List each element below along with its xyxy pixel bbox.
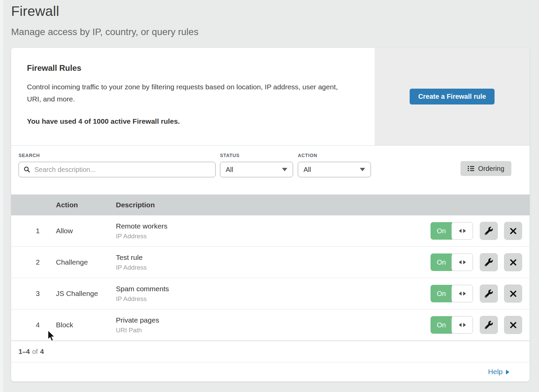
- filters-bar: SEARCH STATUS All: [11, 146, 530, 194]
- ordering-button-label: Ordering: [478, 165, 504, 173]
- window-left-gutter: [0, 0, 3, 392]
- rule-field-type: IP Address: [116, 295, 431, 303]
- rule-enabled-toggle[interactable]: On: [431, 222, 474, 240]
- rule-description: Remote workers: [116, 222, 431, 230]
- left-right-arrows-icon: [463, 229, 466, 233]
- delete-rule-button[interactable]: [504, 253, 522, 271]
- rule-enabled-toggle[interactable]: On: [431, 285, 474, 302]
- toggle-on-label: On: [431, 285, 452, 302]
- edit-rule-button[interactable]: [480, 316, 498, 334]
- create-firewall-rule-button[interactable]: Create a Firewall rule: [410, 89, 494, 104]
- rule-action: Challenge: [40, 258, 116, 266]
- rule-controls: On: [431, 316, 530, 334]
- toggle-on-label: On: [431, 316, 452, 334]
- card-header: Firewall Rules Control incoming traffic …: [11, 48, 530, 146]
- firewall-rules-card: Firewall Rules Control incoming traffic …: [11, 48, 530, 382]
- table-row: 4 Block Private pages URI Path On: [11, 309, 530, 341]
- help-bar: Help: [11, 362, 530, 381]
- edit-rule-button[interactable]: [480, 222, 498, 240]
- pagination-of: of: [32, 348, 38, 356]
- wrench-icon: [485, 321, 493, 329]
- create-rule-panel: Create a Firewall rule: [375, 48, 530, 145]
- action-column-header: Action: [40, 201, 116, 209]
- rule-priority: 4: [11, 321, 40, 329]
- rule-controls: On: [431, 222, 530, 240]
- rule-action: Allow: [40, 227, 116, 235]
- page-subtitle: Manage access by IP, country, or query r…: [11, 27, 530, 37]
- chevron-down-icon: [282, 168, 287, 171]
- delete-rule-button[interactable]: [504, 284, 522, 303]
- status-filter-group: STATUS All: [220, 153, 293, 177]
- rule-priority: 2: [11, 258, 40, 266]
- firewall-page: Firewall Manage access by IP, country, o…: [11, 0, 530, 382]
- rule-controls: On: [431, 253, 530, 271]
- arrow-right-icon: [506, 370, 509, 374]
- pagination-total: 4: [40, 348, 44, 356]
- ordering-button[interactable]: Ordering: [461, 161, 511, 176]
- rule-enabled-toggle[interactable]: On: [431, 316, 474, 334]
- pagination-bar: 1–4 of 4: [11, 341, 530, 362]
- close-icon: [509, 227, 517, 235]
- wrench-icon: [485, 290, 493, 298]
- search-label: SEARCH: [19, 153, 216, 158]
- search-icon: [24, 166, 30, 173]
- ordered-list-icon: [468, 165, 474, 172]
- toggle-handle[interactable]: [451, 253, 473, 271]
- search-box[interactable]: [19, 162, 216, 177]
- rule-description-cell: Spam comments IP Address: [116, 285, 431, 303]
- rule-action: Block: [40, 321, 116, 329]
- left-right-arrows-icon: [459, 229, 462, 233]
- status-label: STATUS: [220, 153, 293, 158]
- toggle-on-label: On: [431, 222, 452, 240]
- rule-priority: 1: [11, 227, 40, 235]
- card-heading: Firewall Rules: [27, 63, 354, 73]
- toggle-handle[interactable]: [451, 285, 473, 302]
- rule-description: Spam comments: [116, 285, 431, 293]
- pagination-range: 1–4: [19, 348, 30, 356]
- action-selected-value: All: [304, 166, 311, 174]
- rule-description-cell: Remote workers IP Address: [116, 222, 431, 240]
- card-description: Control incoming traffic to your zone by…: [27, 81, 347, 105]
- wrench-icon: [485, 227, 493, 235]
- delete-rule-button[interactable]: [504, 222, 522, 240]
- status-selected-value: All: [226, 166, 233, 174]
- card-header-text: Firewall Rules Control incoming traffic …: [11, 48, 375, 145]
- rule-description: Test rule: [116, 253, 431, 262]
- table-row: 1 Allow Remote workers IP Address On: [11, 215, 530, 247]
- rule-enabled-toggle[interactable]: On: [431, 253, 474, 271]
- rule-priority: 3: [11, 290, 40, 298]
- wrench-icon: [485, 258, 493, 266]
- status-select[interactable]: All: [220, 162, 293, 177]
- close-icon: [509, 259, 517, 266]
- toggle-on-label: On: [431, 253, 452, 271]
- action-select[interactable]: All: [298, 162, 371, 177]
- rule-field-type: IP Address: [116, 233, 431, 240]
- edit-rule-button[interactable]: [480, 253, 498, 271]
- left-right-arrows-icon: [459, 260, 462, 264]
- rule-description-cell: Test rule IP Address: [116, 253, 431, 271]
- left-right-arrows-icon: [463, 292, 466, 296]
- action-filter-group: ACTION All: [298, 153, 371, 177]
- table-row: 3 JS Challenge Spam comments IP Address …: [11, 278, 530, 309]
- description-column-header: Description: [116, 201, 530, 209]
- action-label: ACTION: [298, 153, 371, 158]
- help-link-label: Help: [488, 368, 503, 376]
- left-right-arrows-icon: [459, 323, 462, 327]
- search-filter-group: SEARCH: [19, 153, 216, 177]
- page-title: Firewall: [11, 3, 530, 19]
- delete-rule-button[interactable]: [504, 316, 522, 334]
- left-right-arrows-icon: [463, 323, 466, 327]
- edit-rule-button[interactable]: [480, 284, 498, 303]
- rule-controls: On: [431, 284, 530, 303]
- left-right-arrows-icon: [459, 292, 462, 296]
- toggle-handle[interactable]: [451, 222, 473, 240]
- left-right-arrows-icon: [463, 260, 466, 264]
- search-input[interactable]: [34, 165, 211, 174]
- rule-field-type: URI Path: [116, 327, 431, 334]
- table-header: Action Description: [11, 194, 530, 215]
- toggle-handle[interactable]: [451, 316, 473, 334]
- rule-description: Private pages: [116, 316, 431, 324]
- close-icon: [509, 290, 517, 298]
- help-link[interactable]: Help: [488, 368, 509, 376]
- mouse-cursor: [47, 330, 56, 343]
